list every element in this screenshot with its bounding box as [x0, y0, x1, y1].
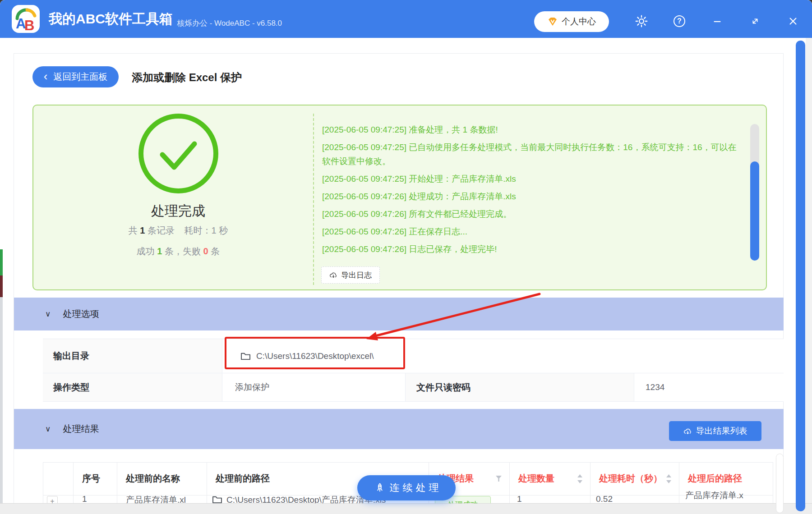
panel-scrollbar-thumb[interactable]	[750, 161, 759, 261]
summary-success-fail: 成功 1 条，失败 0 条	[97, 245, 259, 257]
filter-funnel-icon[interactable]	[495, 476, 502, 482]
background-window-sliver	[0, 297, 3, 503]
divider-line	[43, 462, 43, 503]
summary-totals: 共 1 条记录 耗时：1 秒	[97, 225, 259, 237]
rocket-icon	[374, 482, 385, 493]
cell-elapsed: 0.52	[596, 494, 637, 504]
help-icon[interactable]: ?	[670, 12, 688, 30]
maximize-button[interactable]	[746, 12, 764, 30]
log-line: [2025-06-05 09:47:25] 已自动使用多任务处理模式，当前最大同…	[322, 140, 743, 168]
cell-count: 1	[517, 494, 553, 504]
page-title: 添加或删除 Excel 保护	[132, 70, 242, 85]
question-mark: ?	[674, 15, 685, 27]
chevron-down-icon: ∨	[45, 309, 51, 319]
results-section-title: 处理结果	[63, 423, 99, 435]
col-header-name-before: 处理前的名称	[117, 462, 207, 495]
background-window-sliver	[0, 275, 3, 297]
operation-type-value: 添加保护	[235, 381, 269, 393]
settings-gear-icon[interactable]	[632, 12, 651, 30]
back-label: 返回到主面板	[53, 71, 107, 83]
logo-letter-b: B	[24, 18, 34, 34]
window-bottom-edge	[0, 503, 812, 514]
user-center-label: 个人中心	[562, 16, 596, 28]
back-to-dashboard-button[interactable]: ‹ 返回到主面板	[32, 66, 119, 87]
cell-index: 1	[82, 494, 109, 504]
status-title: 处理完成	[111, 202, 246, 220]
divider-line	[14, 53, 784, 54]
close-button[interactable]	[784, 12, 802, 30]
operation-type-label: 操作类型	[43, 373, 222, 402]
app-window: A B 我的ABC软件工具箱 核烁办公 - WodeABC - v6.58.0 …	[0, 0, 812, 514]
log-list: [2025-06-05 09:47:25] 准备处理，共 1 条数据! [202…	[322, 123, 743, 260]
password-label: 文件只读密码	[405, 373, 634, 402]
log-line: [2025-06-05 09:47:25] 开始处理：产品库存清单.xls	[322, 172, 743, 186]
output-dir-label: 输出目录	[43, 339, 222, 373]
window-right-edge	[806, 38, 812, 514]
section-header-results[interactable]: ∨ 处理结果	[14, 409, 784, 449]
cloud-download-icon	[329, 271, 337, 279]
options-section-title: 处理选项	[63, 308, 99, 320]
app-title: 我的ABC软件工具箱	[49, 10, 173, 28]
col-header-elapsed[interactable]: 处理耗时（秒）	[590, 462, 679, 495]
page-scrollbar[interactable]	[796, 41, 805, 511]
sort-arrows-icon[interactable]	[666, 474, 672, 484]
success-check-icon	[138, 114, 218, 193]
export-result-list-label: 导出结果列表	[696, 425, 747, 437]
app-logo-icon: A B	[12, 5, 40, 33]
cell-path-after: 产品库存清单.x	[685, 490, 771, 501]
divider-line	[313, 114, 314, 285]
divider-line	[773, 462, 773, 503]
log-line: [2025-06-05 09:47:26] 正在保存日志...	[322, 225, 743, 239]
col-header-index: 序号	[73, 462, 117, 495]
continue-processing-label: 连续处理	[390, 481, 442, 495]
sort-arrows-icon[interactable]	[577, 474, 583, 484]
password-field[interactable]: 1234	[634, 373, 784, 402]
password-value: 1234	[646, 382, 664, 392]
operation-type-field[interactable]: 添加保护	[222, 373, 405, 402]
log-line: [2025-06-05 09:47:26] 日志已保存，处理完毕!	[322, 242, 743, 256]
vip-gem-icon	[547, 16, 558, 27]
table-scrollbar-thumb[interactable]	[776, 454, 784, 513]
export-log-label: 导出日志	[341, 270, 372, 280]
log-line: [2025-06-05 09:47:26] 所有文件都已经处理完成。	[322, 207, 743, 221]
folder-icon	[212, 495, 222, 504]
export-log-button[interactable]: 导出日志	[321, 266, 380, 284]
background-window-sliver	[0, 249, 3, 275]
log-line: [2025-06-05 09:47:25] 准备处理，共 1 条数据!	[322, 123, 743, 137]
continue-processing-button[interactable]: 连续处理	[357, 475, 456, 500]
log-line: [2025-06-05 09:47:26] 处理成功：产品库存清单.xls	[322, 189, 743, 203]
back-chevron-icon: ‹	[44, 72, 48, 81]
user-center-button[interactable]: 个人中心	[534, 11, 609, 32]
titlebar: A B 我的ABC软件工具箱 核烁办公 - WodeABC - v6.58.0 …	[0, 0, 812, 38]
col-header-count[interactable]: 处理数量	[509, 462, 590, 495]
minimize-button[interactable]	[708, 12, 726, 30]
annotation-arrow	[352, 284, 550, 347]
cloud-download-icon	[683, 427, 692, 435]
app-subtitle: 核烁办公 - WodeABC - v6.58.0	[177, 18, 282, 28]
export-result-list-button[interactable]: 导出结果列表	[669, 421, 761, 441]
chevron-down-icon: ∨	[45, 424, 51, 434]
